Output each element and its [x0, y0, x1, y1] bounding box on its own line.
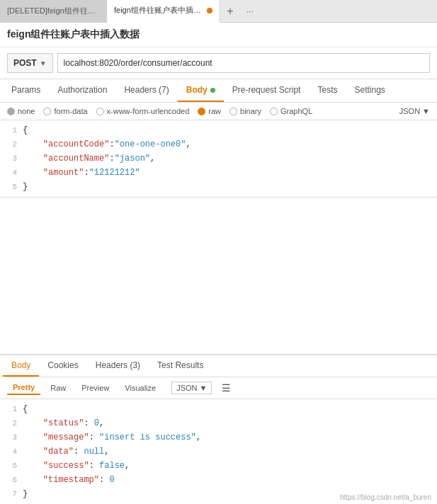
radio-binary	[229, 108, 237, 115]
response-tabs: Body Cookies Headers (3) Test Results	[0, 355, 437, 377]
code-line: 2 "accountCode":"one-one-one0",	[0, 137, 437, 151]
tab-active[interactable]: feign组件往账户表中插入数据	[107, 0, 220, 23]
radio-graphql	[270, 108, 278, 115]
option-formdata[interactable]: form-data	[43, 107, 87, 115]
line-number: 7	[0, 487, 23, 501]
format-pretty[interactable]: Pretty	[7, 381, 40, 395]
main-content: feign组件往账户表中插入数据 POST ▼ Params Authoriza…	[0, 23, 437, 504]
method-label: POST	[13, 58, 37, 68]
response-code-line: 6 "timestamp": 0	[0, 473, 437, 487]
radio-urlencoded	[96, 108, 104, 115]
tab-add-icon: +	[227, 5, 233, 18]
radio-raw	[198, 108, 205, 115]
response-code-line: 5 "success": false,	[0, 459, 437, 473]
json-dropdown[interactable]: JSON ▼	[399, 107, 430, 115]
response-tab-body[interactable]: Body	[3, 355, 39, 377]
response-format-bar: Pretty Raw Preview Visualize JSON ▼ ☰	[0, 377, 437, 399]
tab-params[interactable]: Params	[3, 79, 49, 102]
editor-spacer	[0, 197, 437, 354]
body-dot	[210, 88, 215, 93]
line-number: 4	[0, 445, 23, 459]
line-number: 5	[0, 459, 23, 473]
response-section: Body Cookies Headers (3) Test Results Pr…	[0, 354, 437, 504]
method-select[interactable]: POST ▼	[7, 53, 53, 73]
tab-more-button[interactable]: ···	[240, 0, 260, 23]
tab-headers[interactable]: Headers (7)	[115, 79, 177, 102]
line-number: 6	[0, 473, 23, 487]
code-line: 5}	[0, 180, 437, 194]
option-binary[interactable]: binary	[229, 107, 261, 115]
format-preview[interactable]: Preview	[76, 382, 115, 394]
tab-authorization[interactable]: Authorization	[49, 79, 115, 102]
option-urlencoded[interactable]: x-www-form-urlencoded	[96, 107, 190, 115]
response-body-editor: 1{2 "status": 0,3 "message": "insert is …	[0, 399, 437, 504]
method-chevron-icon: ▼	[40, 59, 47, 67]
response-format-select[interactable]: JSON ▼	[171, 382, 212, 394]
code-line: 1{	[0, 123, 437, 137]
tab-add-button[interactable]: +	[220, 0, 240, 23]
response-code-line: 3 "message": "insert is success",	[0, 430, 437, 445]
url-input[interactable]	[57, 53, 430, 73]
line-number: 3	[0, 430, 23, 445]
tab-prerequest[interactable]: Pre-request Script	[224, 79, 310, 102]
format-visualize[interactable]: Visualize	[119, 382, 161, 394]
wrap-icon[interactable]: ☰	[222, 382, 231, 394]
line-number: 4	[0, 166, 23, 180]
response-tab-headers[interactable]: Headers (3)	[87, 355, 149, 377]
tab-more-icon: ···	[246, 6, 254, 16]
url-bar: POST ▼	[0, 47, 437, 79]
response-tab-testresults[interactable]: Test Results	[149, 355, 212, 377]
option-graphql[interactable]: GraphQL	[270, 107, 312, 115]
nav-tabs: Params Authorization Headers (7) Body Pr…	[0, 79, 437, 103]
option-raw[interactable]: raw	[198, 107, 221, 115]
tab-active-label: feign组件往账户表中插入数据	[114, 5, 203, 16]
radio-none	[7, 108, 15, 115]
watermark: https://blog.csdn.net/a_buren	[340, 493, 431, 501]
line-number: 1	[0, 123, 23, 137]
tab-settings[interactable]: Settings	[346, 79, 393, 102]
json-dropdown-chevron-icon: ▼	[422, 107, 430, 115]
response-code-line: 2 "status": 0,	[0, 416, 437, 430]
response-tab-cookies[interactable]: Cookies	[39, 355, 86, 377]
body-options: none form-data x-www-form-urlencoded raw…	[0, 103, 437, 120]
format-select-chevron-icon: ▼	[200, 384, 208, 392]
response-code-line: 4 "data": null,	[0, 445, 437, 459]
tab-deleted[interactable]: [DELETED]feign组件往账户表中插入...	[0, 0, 107, 23]
line-number: 3	[0, 151, 23, 166]
request-body-editor[interactable]: 1{2 "accountCode":"one-one-one0",3 "acco…	[0, 120, 437, 197]
page-title: feign组件往账户表中插入数据	[0, 23, 437, 47]
format-raw[interactable]: Raw	[45, 382, 72, 394]
code-line: 3 "accountName":"jason",	[0, 151, 437, 166]
line-number: 1	[0, 402, 23, 416]
line-number: 2	[0, 137, 23, 151]
tab-tests[interactable]: Tests	[309, 79, 346, 102]
response-code-line: 1{	[0, 402, 437, 416]
radio-formdata	[43, 108, 51, 115]
tab-active-dot	[207, 8, 212, 13]
tab-body[interactable]: Body	[178, 79, 224, 102]
line-number: 2	[0, 416, 23, 430]
tab-bar: [DELETED]feign组件往账户表中插入... feign组件往账户表中插…	[0, 0, 437, 23]
code-line: 4 "amount":"12121212"	[0, 166, 437, 180]
line-number: 5	[0, 180, 23, 194]
tab-deleted-label: [DELETED]feign组件往账户表中插入...	[7, 6, 99, 16]
option-none[interactable]: none	[7, 107, 35, 115]
